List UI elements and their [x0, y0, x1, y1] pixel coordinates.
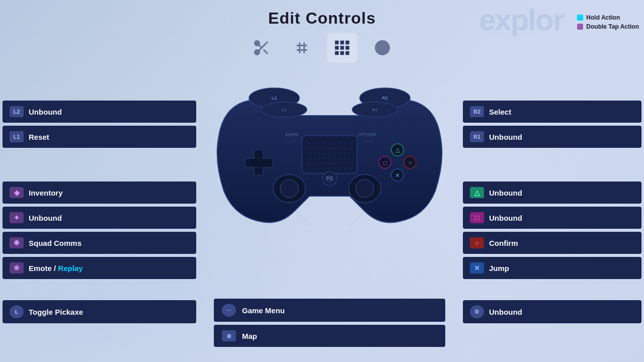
svg-point-54	[349, 153, 351, 154]
svg-rect-9	[336, 41, 339, 44]
double-tap-label: Double Tap Action	[586, 23, 639, 30]
center-column: L2 R2 L1 R1 SHARE OPTIONS	[196, 101, 463, 362]
svg-point-39	[319, 148, 320, 149]
svg-text:SHARE: SHARE	[285, 132, 299, 137]
svg-point-34	[339, 143, 341, 144]
cross-label: Jump	[489, 264, 509, 273]
dpad-up-button[interactable]: ❋ Squad Comms	[3, 232, 196, 254]
svg-rect-13	[341, 46, 344, 49]
svg-point-72	[349, 163, 351, 164]
svg-point-64	[309, 163, 310, 164]
cross-button[interactable]: ✕ Jump	[463, 257, 641, 279]
l2-button[interactable]: L2 Unbound	[3, 101, 196, 123]
svg-point-43	[339, 148, 341, 149]
replay-text: Replay	[58, 264, 83, 273]
tab-row	[0, 33, 644, 63]
svg-point-101	[280, 179, 298, 198]
svg-rect-15	[336, 52, 339, 55]
r2-label: Select	[489, 108, 511, 116]
svg-point-31	[324, 143, 326, 144]
dpad-right-label: Emote / Replay	[29, 264, 83, 273]
svg-point-18	[376, 41, 389, 55]
svg-rect-10	[341, 41, 344, 44]
r3-label: Unbound	[489, 308, 522, 316]
double-tap-dot	[577, 24, 583, 30]
l2-badge: L2	[10, 106, 24, 117]
left-column: L2 Unbound L1 Reset ◈ Inventory ✦ Unboun…	[0, 101, 196, 362]
l3-button[interactable]: L Toggle Pickaxe	[3, 300, 196, 323]
svg-rect-16	[341, 52, 344, 55]
svg-line-4	[259, 45, 262, 48]
svg-point-69	[334, 163, 336, 164]
svg-point-63	[349, 158, 351, 159]
svg-point-67	[324, 163, 326, 164]
circle-button[interactable]: ○ Confirm	[463, 232, 641, 254]
dpad-left-button[interactable]: ◈ Inventory	[3, 182, 196, 204]
svg-text:L1: L1	[282, 108, 287, 112]
controller-image: L2 R2 L1 R1 SHARE OPTIONS	[209, 75, 450, 236]
tab-scissors[interactable]	[247, 33, 277, 63]
svg-rect-85	[364, 137, 372, 142]
game-menu-label: Game Menu	[242, 306, 285, 315]
dpad-up-badge: ❋	[10, 237, 24, 248]
map-button[interactable]: ⊞ Map	[214, 325, 445, 347]
svg-point-35	[344, 143, 346, 144]
dpad-down-button[interactable]: ✦ Unbound	[3, 207, 196, 229]
svg-point-37	[309, 148, 310, 149]
double-tap-legend: Double Tap Action	[577, 23, 639, 30]
share-badge: ⊞	[222, 330, 236, 341]
dpad-right-button[interactable]: ❊ Emote / Replay	[3, 257, 196, 279]
map-label: Map	[242, 332, 257, 340]
svg-text:L2: L2	[272, 96, 277, 101]
svg-point-80	[344, 168, 346, 169]
bottom-buttons: ⋯ Game Menu ⊞ Map	[214, 299, 445, 347]
dpad-down-badge: ✦	[10, 212, 24, 223]
main-layout: L2 Unbound L1 Reset ◈ Inventory ✦ Unboun…	[0, 101, 644, 362]
hold-action-dot	[577, 15, 583, 21]
l1-button[interactable]: L1 Reset	[3, 126, 196, 148]
circle-label: Confirm	[489, 239, 518, 247]
r2-badge: R2	[470, 106, 484, 117]
svg-point-48	[319, 153, 320, 154]
svg-point-36	[349, 143, 351, 144]
dpad-right-badge: ❊	[10, 262, 24, 274]
svg-point-55	[309, 158, 310, 159]
svg-rect-91	[254, 158, 263, 167]
svg-point-33	[334, 143, 336, 144]
square-badge: □	[470, 212, 484, 223]
game-menu-button[interactable]: ⋯ Game Menu	[214, 299, 445, 322]
svg-point-56	[314, 158, 315, 159]
svg-text:OPTIONS: OPTIONS	[358, 132, 376, 137]
svg-point-71	[344, 163, 346, 164]
tab-circle[interactable]	[367, 33, 397, 63]
r1-button[interactable]: R1 Unbound	[463, 126, 641, 148]
l3-badge: L	[10, 305, 24, 318]
svg-point-1	[255, 50, 260, 55]
svg-point-79	[339, 168, 341, 169]
svg-point-66	[319, 163, 320, 164]
r1-badge: R1	[470, 131, 484, 142]
page-title: Edit Controls	[0, 0, 644, 28]
r2-button[interactable]: R2 Select	[463, 101, 641, 123]
svg-text:□: □	[383, 159, 386, 166]
l1-badge: L1	[10, 131, 24, 142]
tab-grid[interactable]	[327, 33, 357, 63]
svg-point-40	[324, 148, 326, 149]
l1-label: Reset	[29, 133, 49, 141]
svg-text:R2: R2	[382, 96, 388, 101]
triangle-button[interactable]: △ Unbound	[463, 182, 641, 204]
svg-point-44	[344, 148, 346, 149]
options-badge: ⋯	[222, 304, 236, 317]
square-button[interactable]: □ Unbound	[463, 207, 641, 229]
tab-move[interactable]	[287, 33, 317, 63]
r3-button[interactable]: R Unbound	[463, 300, 641, 323]
svg-point-68	[329, 163, 331, 164]
dpad-up-label: Squad Comms	[29, 239, 82, 247]
svg-point-30	[319, 143, 320, 144]
triangle-label: Unbound	[489, 189, 522, 197]
r3-badge: R	[470, 305, 484, 318]
hold-action-legend: Hold Action	[577, 14, 639, 21]
svg-point-62	[344, 158, 346, 159]
l2-label: Unbound	[29, 108, 62, 116]
svg-point-77	[329, 168, 331, 169]
